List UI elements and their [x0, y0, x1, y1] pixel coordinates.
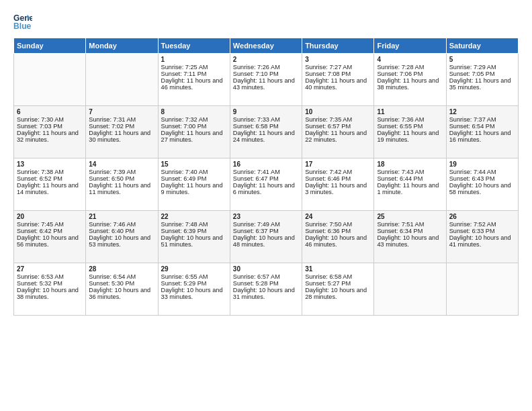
- day-number: 3: [305, 56, 371, 63]
- calendar-header-row: SundayMondayTuesdayWednesdayThursdayFrid…: [14, 38, 519, 54]
- day-number: 24: [305, 213, 371, 220]
- daylight: Daylight: 11 hours and 32 minutes.: [17, 130, 79, 143]
- calendar-cell: [446, 263, 518, 316]
- daylight: Daylight: 10 hours and 43 minutes.: [377, 234, 439, 248]
- daylight: Daylight: 10 hours and 51 minutes.: [161, 234, 223, 248]
- sunset: Sunset: 7:08 PM: [305, 71, 351, 77]
- day-number: 30: [233, 265, 299, 273]
- svg-text:Blue: Blue: [13, 21, 32, 31]
- calendar-table: SundayMondayTuesdayWednesdayThursdayFrid…: [13, 38, 519, 316]
- daylight: Daylight: 10 hours and 41 minutes.: [449, 234, 511, 248]
- calendar-cell: 4Sunrise: 7:28 AMSunset: 7:06 PMDaylight…: [374, 54, 446, 106]
- sunset: Sunset: 7:05 PM: [449, 71, 495, 77]
- sunset: Sunset: 7:02 PM: [89, 123, 134, 130]
- daylight: Daylight: 10 hours and 38 minutes.: [17, 287, 79, 300]
- calendar-cell: 30Sunrise: 6:57 AMSunset: 5:28 PMDayligh…: [230, 263, 302, 316]
- daylight: Daylight: 11 hours and 1 minute.: [377, 182, 439, 195]
- sunrise: Sunrise: 7:42 AM: [305, 169, 352, 175]
- sunrise: Sunrise: 7:43 AM: [377, 169, 424, 175]
- sunset: Sunset: 5:27 PM: [305, 280, 351, 287]
- day-header-wednesday: Wednesday: [230, 38, 302, 54]
- sunset: Sunset: 6:52 PM: [17, 175, 62, 182]
- daylight: Daylight: 11 hours and 22 minutes.: [305, 130, 367, 143]
- calendar-cell: 23Sunrise: 7:49 AMSunset: 6:37 PMDayligh…: [230, 211, 302, 263]
- calendar-cell: 25Sunrise: 7:51 AMSunset: 6:34 PMDayligh…: [374, 211, 446, 263]
- sunrise: Sunrise: 7:40 AM: [161, 169, 208, 175]
- day-number: 31: [305, 265, 371, 273]
- daylight: Daylight: 11 hours and 38 minutes.: [377, 77, 439, 91]
- calendar-cell: 6Sunrise: 7:30 AMSunset: 7:03 PMDaylight…: [14, 106, 86, 158]
- calendar-cell: [374, 263, 446, 316]
- daylight: Daylight: 11 hours and 6 minutes.: [233, 182, 295, 195]
- sunset: Sunset: 5:29 PM: [161, 280, 207, 287]
- sunrise: Sunrise: 7:29 AM: [449, 64, 496, 71]
- sunrise: Sunrise: 6:55 AM: [161, 273, 208, 280]
- week-row-1: 1Sunrise: 7:25 AMSunset: 7:11 PMDaylight…: [14, 54, 519, 106]
- day-number: 17: [305, 161, 371, 168]
- calendar-body: 1Sunrise: 7:25 AMSunset: 7:11 PMDaylight…: [14, 54, 519, 316]
- sunrise: Sunrise: 6:54 AM: [89, 273, 136, 280]
- sunrise: Sunrise: 7:33 AM: [233, 116, 280, 123]
- calendar-cell: 11Sunrise: 7:36 AMSunset: 6:55 PMDayligh…: [374, 106, 446, 158]
- sunrise: Sunrise: 7:41 AM: [233, 169, 280, 175]
- sunrise: Sunrise: 7:28 AM: [377, 64, 424, 71]
- day-number: 16: [233, 161, 299, 168]
- day-number: 9: [233, 108, 299, 116]
- sunset: Sunset: 6:47 PM: [233, 175, 279, 182]
- sunset: Sunset: 6:42 PM: [17, 228, 62, 234]
- calendar-cell: 10Sunrise: 7:35 AMSunset: 6:57 PMDayligh…: [302, 106, 374, 158]
- week-row-5: 27Sunrise: 6:53 AMSunset: 5:32 PMDayligh…: [14, 263, 519, 316]
- sunrise: Sunrise: 7:51 AM: [377, 221, 424, 228]
- sunset: Sunset: 6:43 PM: [449, 175, 495, 182]
- sunrise: Sunrise: 7:37 AM: [449, 116, 496, 123]
- calendar-page: General Blue SundayMondayTuesdayWednesda…: [0, 0, 532, 411]
- calendar-cell: 16Sunrise: 7:41 AMSunset: 6:47 PMDayligh…: [230, 158, 302, 211]
- day-header-monday: Monday: [86, 38, 158, 54]
- calendar-cell: 13Sunrise: 7:38 AMSunset: 6:52 PMDayligh…: [14, 158, 86, 211]
- day-number: 18: [377, 161, 443, 168]
- day-number: 8: [161, 108, 227, 116]
- day-number: 13: [17, 161, 83, 168]
- daylight: Daylight: 11 hours and 9 minutes.: [161, 182, 223, 195]
- sunset: Sunset: 6:36 PM: [305, 228, 351, 234]
- daylight: Daylight: 11 hours and 11 minutes.: [89, 182, 150, 195]
- calendar-cell: 21Sunrise: 7:46 AMSunset: 6:40 PMDayligh…: [86, 211, 158, 263]
- daylight: Daylight: 11 hours and 24 minutes.: [233, 130, 295, 143]
- calendar-cell: 1Sunrise: 7:25 AMSunset: 7:11 PMDaylight…: [158, 54, 230, 106]
- day-number: 11: [377, 108, 443, 116]
- day-number: 22: [161, 213, 227, 220]
- calendar-cell: 27Sunrise: 6:53 AMSunset: 5:32 PMDayligh…: [14, 263, 86, 316]
- sunrise: Sunrise: 7:25 AM: [161, 64, 208, 71]
- sunrise: Sunrise: 7:26 AM: [233, 64, 280, 71]
- daylight: Daylight: 10 hours and 58 minutes.: [449, 182, 511, 195]
- sunrise: Sunrise: 6:58 AM: [305, 273, 352, 280]
- calendar-cell: 9Sunrise: 7:33 AMSunset: 6:58 PMDaylight…: [230, 106, 302, 158]
- sunset: Sunset: 6:54 PM: [449, 123, 495, 130]
- day-number: 6: [17, 108, 83, 116]
- calendar-cell: 3Sunrise: 7:27 AMSunset: 7:08 PMDaylight…: [302, 54, 374, 106]
- daylight: Daylight: 10 hours and 48 minutes.: [233, 234, 295, 248]
- sunset: Sunset: 7:11 PM: [161, 71, 207, 77]
- sunset: Sunset: 7:06 PM: [377, 71, 423, 77]
- sunset: Sunset: 6:40 PM: [89, 228, 134, 234]
- day-header-tuesday: Tuesday: [158, 38, 230, 54]
- sunrise: Sunrise: 7:45 AM: [17, 221, 64, 228]
- sunset: Sunset: 7:10 PM: [233, 71, 279, 77]
- calendar-cell: 15Sunrise: 7:40 AMSunset: 6:49 PMDayligh…: [158, 158, 230, 211]
- sunrise: Sunrise: 7:27 AM: [305, 64, 352, 71]
- daylight: Daylight: 11 hours and 16 minutes.: [449, 130, 511, 143]
- sunrise: Sunrise: 7:46 AM: [89, 221, 136, 228]
- daylight: Daylight: 11 hours and 43 minutes.: [233, 77, 295, 91]
- calendar-cell: 24Sunrise: 7:50 AMSunset: 6:36 PMDayligh…: [302, 211, 374, 263]
- week-row-3: 13Sunrise: 7:38 AMSunset: 6:52 PMDayligh…: [14, 158, 519, 211]
- day-header-saturday: Saturday: [446, 38, 518, 54]
- daylight: Daylight: 10 hours and 36 minutes.: [89, 287, 150, 300]
- daylight: Daylight: 11 hours and 40 minutes.: [305, 77, 367, 91]
- calendar-cell: [14, 54, 86, 106]
- sunrise: Sunrise: 6:57 AM: [233, 273, 280, 280]
- sunset: Sunset: 6:49 PM: [161, 175, 207, 182]
- daylight: Daylight: 11 hours and 35 minutes.: [449, 77, 511, 91]
- header: General Blue: [13, 12, 519, 31]
- calendar-cell: 18Sunrise: 7:43 AMSunset: 6:44 PMDayligh…: [374, 158, 446, 211]
- sunrise: Sunrise: 7:30 AM: [17, 116, 64, 123]
